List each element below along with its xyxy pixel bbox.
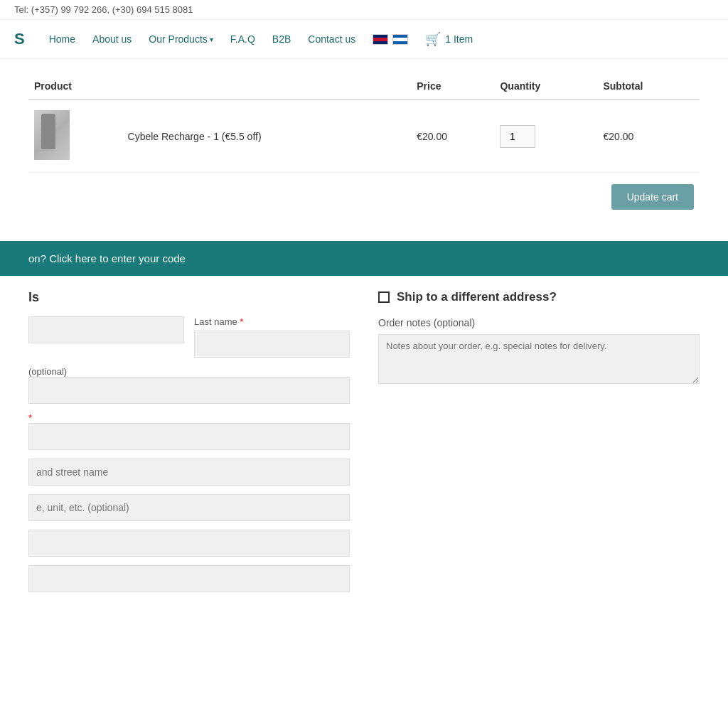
first-name-group — [28, 316, 184, 358]
chevron-down-icon: ▾ — [210, 36, 213, 43]
update-cart-row: Update cart — [28, 173, 700, 220]
company-input[interactable] — [28, 377, 350, 404]
table-row: Cybele Recharge - 1 (€5.5 off) €20.00 €2… — [28, 100, 700, 173]
nav-bar: S Home About us Our Products ▾ F.A.Q B2B… — [0, 20, 728, 59]
nav-contact[interactable]: Contact us — [308, 33, 355, 45]
ship-different-label: Ship to a different address? — [397, 290, 557, 304]
product-subtotal: €20.00 — [597, 100, 700, 173]
first-name-input[interactable] — [28, 316, 184, 343]
country-input[interactable] — [28, 423, 350, 450]
flag-greek-icon[interactable] — [392, 34, 408, 45]
nav-products[interactable]: Our Products ▾ — [149, 33, 213, 45]
last-name-label: Last name * — [194, 316, 350, 327]
name-row: Last name * — [28, 316, 350, 358]
cart-table: Product Price Quantity Subtotal Cybele R… — [28, 73, 700, 220]
product-name: Cybele Recharge - 1 (€5.5 off) — [122, 100, 412, 173]
checkout-section: ls Last name * (optional) * — [0, 276, 728, 615]
country-label: * — [28, 412, 350, 423]
coupon-text[interactable]: on? Click here to enter your code — [28, 252, 186, 264]
street-group — [28, 459, 350, 486]
product-image — [34, 110, 70, 160]
col-quantity: Quantity — [494, 73, 597, 100]
order-notes-label: Order notes (optional) — [378, 317, 700, 328]
apt-group — [28, 494, 350, 521]
postcode-input[interactable] — [28, 565, 350, 592]
language-flags — [373, 34, 408, 45]
ship-different-row: Ship to a different address? — [378, 290, 700, 304]
flag-english-icon[interactable] — [373, 34, 388, 45]
cart-button[interactable]: 🛒 1 Item — [425, 31, 473, 47]
product-image-cell — [28, 100, 122, 173]
country-group: * — [28, 412, 350, 450]
col-price: Price — [411, 73, 494, 100]
col-product: Product — [28, 73, 411, 100]
required-star: * — [240, 316, 243, 327]
update-cart-cell: Update cart — [28, 173, 700, 220]
nav-b2b[interactable]: B2B — [272, 33, 291, 45]
cart-item-count: 1 Item — [445, 33, 473, 45]
phone-number: Tel: (+357) 99 792 266, (+30) 694 515 80… — [14, 4, 193, 15]
quantity-input[interactable] — [500, 125, 535, 148]
product-bottle-icon — [41, 114, 55, 149]
nav-logo[interactable]: S — [14, 30, 25, 48]
coupon-banner: on? Click here to enter your code — [0, 241, 728, 276]
top-bar: Tel: (+357) 99 792 266, (+30) 694 515 80… — [0, 0, 728, 20]
nav-home[interactable]: Home — [49, 33, 75, 45]
update-cart-button[interactable]: Update cart — [611, 184, 694, 210]
ship-different-checkbox[interactable] — [378, 291, 390, 303]
company-group: (optional) — [28, 366, 350, 404]
postcode-group — [28, 565, 350, 592]
street-input[interactable] — [28, 459, 350, 486]
order-section: Ship to a different address? Order notes… — [378, 290, 700, 601]
billing-title: ls — [28, 290, 350, 305]
product-quantity-cell — [494, 100, 597, 173]
last-name-input[interactable] — [194, 331, 350, 358]
cart-icon: 🛒 — [425, 31, 441, 47]
country-required-star: * — [28, 412, 32, 423]
last-name-group: Last name * — [194, 316, 350, 358]
nav-faq[interactable]: F.A.Q — [230, 33, 255, 45]
order-notes-textarea[interactable] — [378, 334, 700, 384]
apt-input[interactable] — [28, 494, 350, 521]
product-price: €20.00 — [411, 100, 494, 173]
company-label: (optional) — [28, 366, 350, 377]
col-subtotal: Subtotal — [597, 73, 700, 100]
billing-details: ls Last name * (optional) * — [28, 290, 350, 601]
city-input[interactable] — [28, 530, 350, 557]
city-group — [28, 530, 350, 557]
cart-section: Product Price Quantity Subtotal Cybele R… — [0, 59, 728, 234]
nav-about[interactable]: About us — [92, 33, 132, 45]
